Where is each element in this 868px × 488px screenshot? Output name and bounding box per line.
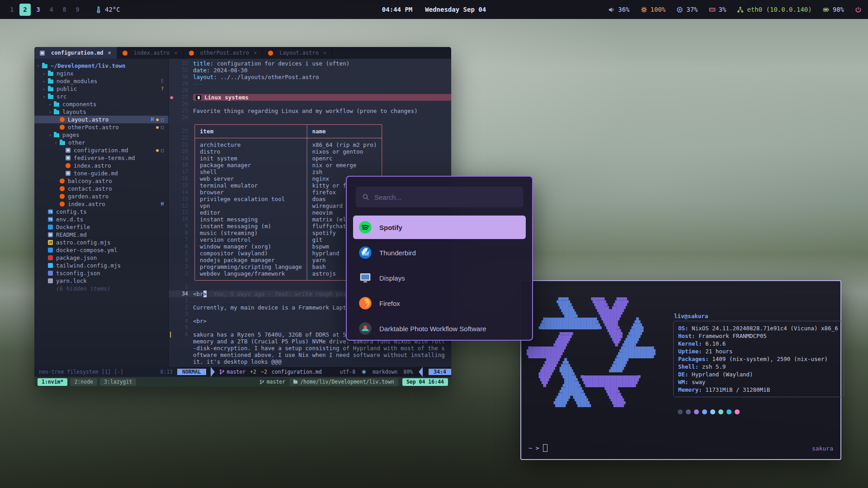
tree-item[interactable]: MREADME.md — [34, 231, 168, 239]
tree-item[interactable]: index.astroH — [34, 200, 168, 208]
workspace-button[interactable]: 2 — [19, 4, 31, 16]
tree-item[interactable]: ▸components — [34, 100, 168, 108]
tree-item[interactable]: ▾other — [34, 139, 168, 146]
tree-item[interactable]: tailwind.config.mjs — [34, 262, 168, 269]
temperature-module[interactable]: 42°C — [95, 6, 120, 13]
astro-icon — [123, 51, 127, 56]
launcher-item[interactable]: Thunderbird — [353, 241, 526, 264]
power-button[interactable] — [855, 6, 862, 13]
tmux-window[interactable]: 1:nvim* — [38, 378, 67, 386]
tree-item[interactable]: Mtone-guide.md — [34, 169, 168, 177]
tree-item[interactable]: balcony.astro — [34, 177, 168, 185]
power-icon — [855, 6, 862, 13]
logo-segment: ▜██████████▛ — [527, 352, 617, 358]
tree-item[interactable]: TSenv.d.ts — [34, 216, 168, 223]
table-border: │ — [305, 155, 309, 162]
close-icon[interactable]: × — [174, 50, 177, 56]
line-number: 5 — [175, 324, 193, 331]
tree-item[interactable]: index.astro — [34, 162, 168, 169]
tree-item[interactable]: tsconfig.json — [34, 269, 168, 277]
fetch-info-row: Uptime: 21 hours — [678, 347, 839, 355]
launcher-item[interactable]: Firefox — [353, 291, 526, 315]
branch-icon — [219, 369, 225, 375]
launcher-item[interactable]: Spotify — [353, 216, 526, 239]
table-border: │ — [193, 257, 197, 263]
memory-module[interactable]: 3% — [709, 6, 726, 13]
file-tree[interactable]: ▾~/Development/liv.town▸nginx▸node_modul… — [34, 59, 168, 367]
terminal-cursor — [543, 444, 547, 452]
line-number: 4 — [175, 257, 193, 263]
tree-item[interactable]: Mfediverse-terms.md — [34, 154, 168, 162]
logo-segment: ▜███▙ — [604, 387, 619, 393]
chevron-icon: ▸ — [49, 102, 54, 107]
sign-column — [169, 135, 175, 141]
chevron-icon: ▾ — [49, 110, 54, 114]
tree-item[interactable]: ▾~/Development/liv.town — [34, 62, 168, 70]
tree-item[interactable]: Mconfiguration.md●□ — [34, 146, 168, 154]
chevron-icon: ▸ — [43, 71, 48, 76]
clock: 04:44 PM Wednesday Sep 04 — [382, 6, 486, 13]
tree-item[interactable]: docker-compose.yml — [34, 246, 168, 254]
tree-item[interactable]: garden.astro — [34, 192, 168, 200]
tree-item[interactable]: ▾src — [34, 93, 168, 100]
line-number: 5 — [175, 250, 193, 257]
close-icon[interactable]: × — [108, 50, 111, 56]
tree-item[interactable]: JSastro.config.mjs — [34, 239, 168, 246]
status-marker: H — [161, 202, 164, 206]
logo-segment: ▝▀▀▀ ▀▀▀▀▘ — [527, 404, 613, 410]
current-file: configuration.md — [272, 369, 322, 375]
editor-tab[interactable]: otherPost.astro× — [184, 47, 263, 59]
tree-item[interactable]: yarn.lock — [34, 277, 168, 285]
tree-item[interactable]: contact.astro — [34, 185, 168, 192]
tree-item-label: index.astro — [74, 162, 111, 169]
editor-tab[interactable]: Mconfiguration.md× — [34, 47, 117, 59]
tree-item[interactable]: Layout.astroH●□ — [34, 116, 168, 123]
launcher-item[interactable]: Darktable Photo Workflow Software — [353, 317, 526, 340]
tree-item[interactable]: (6 hidden items) — [34, 285, 168, 292]
astro-icon — [60, 194, 65, 199]
shell-prompt[interactable]: ~ > — [528, 444, 547, 452]
workspace-button[interactable]: 8 — [59, 4, 70, 16]
workspace-button[interactable]: 1 — [6, 4, 18, 16]
tree-item[interactable]: otherPost.astro●□ — [34, 123, 168, 131]
tree-item[interactable]: ▾pages — [34, 131, 168, 139]
javascript-icon: JS — [48, 240, 53, 245]
tree-item[interactable]: ▸node_modulesE — [34, 77, 168, 85]
table-border: │ — [305, 209, 309, 216]
tree-item[interactable]: ▸public? — [34, 85, 168, 93]
table-border: │ — [305, 189, 309, 196]
sign-column — [169, 284, 175, 291]
search-input[interactable]: Search... — [356, 187, 523, 207]
close-icon[interactable]: × — [323, 50, 326, 56]
tree-item[interactable]: ▸nginx — [34, 70, 168, 77]
palette-dot — [678, 409, 683, 414]
table-cell: browser — [197, 189, 306, 196]
ethernet-icon — [737, 6, 744, 13]
tmux-window[interactable]: 3:lazygit — [100, 378, 136, 386]
editor-tab[interactable]: Layout.astro× — [263, 47, 332, 59]
network-module[interactable]: eth0 (10.0.0.140) — [737, 6, 811, 13]
tree-item[interactable]: Dockerfile — [34, 223, 168, 231]
tree-item[interactable]: TSconfig.ts — [34, 208, 168, 216]
fetch-info-label: Shell: — [678, 363, 698, 370]
fetch-info-list: OS: NixOS 24.11.20240828.71e91c4 (Vicuna… — [673, 321, 844, 397]
close-icon[interactable]: × — [254, 50, 257, 56]
cpu-module[interactable]: 37% — [676, 6, 698, 13]
tmux-window[interactable]: 2:node — [70, 378, 97, 386]
brightness-module[interactable]: 100% — [641, 6, 666, 13]
filetype: markdown — [373, 369, 397, 375]
logo-segment: ▜███▙ — [527, 306, 595, 312]
workspace-button[interactable]: 3 — [33, 4, 44, 16]
sign-column — [169, 141, 175, 148]
tree-item[interactable]: ▾layouts — [34, 108, 168, 116]
volume-module[interactable]: 36% — [608, 6, 629, 13]
workspace-button[interactable]: 4 — [46, 4, 57, 16]
line-number: 34 — [175, 291, 193, 297]
battery-module[interactable]: 98% — [823, 6, 844, 13]
workspace-button[interactable]: 9 — [72, 4, 83, 16]
editor-tab[interactable]: index.astro× — [117, 47, 184, 59]
astro-icon — [60, 117, 65, 122]
tree-item[interactable]: package.json — [34, 254, 168, 262]
typescript-icon: TS — [48, 217, 53, 222]
launcher-item[interactable]: Displays — [353, 266, 526, 290]
